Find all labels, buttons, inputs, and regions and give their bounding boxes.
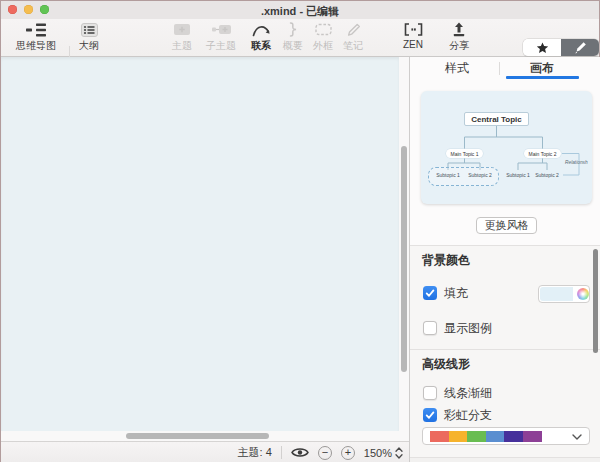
tool-label: 子主题 — [206, 39, 236, 53]
change-style-button[interactable]: 更换风格 — [476, 217, 537, 234]
tool-label: 联系 — [251, 39, 271, 53]
fill-color-swatch — [540, 287, 573, 301]
view-tab-outline[interactable]: 大纲 — [70, 22, 108, 54]
vertical-scrollbar-thumb[interactable] — [401, 146, 407, 372]
zen-mode-icon — [404, 22, 423, 37]
boundary-icon — [315, 22, 332, 37]
relationship-icon — [252, 22, 271, 37]
zoom-in-button[interactable]: + — [341, 446, 355, 460]
palette-swatch — [430, 431, 449, 442]
subtopic-icon — [212, 22, 231, 37]
line-taper-checkbox[interactable] — [423, 386, 437, 400]
palette-swatch — [486, 431, 505, 442]
selected-tab-underline — [506, 76, 579, 79]
tool-label: 分享 — [449, 39, 469, 53]
app-window: .xmind - 已编辑 思维导图 — [0, 0, 600, 462]
zoom-level-value: 150% — [364, 447, 392, 459]
tool-label: 外框 — [313, 39, 333, 53]
preview-subtopic: Subtopic 2 — [464, 171, 496, 180]
chevron-down-icon — [572, 434, 582, 440]
line-taper-row: 线条渐细 — [423, 385, 492, 401]
canvas-vertical-scrollbar[interactable] — [399, 57, 409, 431]
paintbrush-icon — [573, 41, 587, 55]
outline-icon — [81, 22, 98, 37]
palette-swatch — [467, 431, 486, 442]
format-panel-button[interactable] — [561, 39, 599, 56]
tool-subtopic: 子主题 — [199, 22, 243, 54]
tool-label: 概要 — [283, 39, 303, 53]
mindmap-canvas[interactable] — [1, 57, 399, 431]
topic-icon — [173, 22, 191, 37]
tab-style[interactable]: 样式 — [437, 57, 477, 78]
view-tab-label: 大纲 — [79, 39, 99, 53]
toolbar: 思维导图 大纲 主题 — [1, 19, 599, 57]
icons-panel-button[interactable] — [523, 39, 561, 56]
format-inspector-panel: 样式 画布 Central Topic Main Topic 1 Main To… — [409, 57, 600, 462]
show-legend-checkbox[interactable] — [423, 321, 437, 335]
advanced-lines-heading: 高级线形 — [422, 356, 470, 373]
tool-zen[interactable]: ZEN — [393, 22, 433, 54]
topic-count: 主题: 4 — [238, 445, 272, 460]
rainbow-branch-row: 彩虹分支 — [423, 407, 492, 423]
palette-swatch — [504, 431, 523, 442]
rainbow-branch-checkbox[interactable] — [423, 408, 437, 422]
preview-subtopic: Subtopic 1 — [432, 171, 464, 180]
star-icon — [536, 42, 549, 54]
mindmap-icon — [26, 22, 46, 37]
tool-topic: 主题 — [160, 22, 204, 54]
background-color-heading: 背景颜色 — [422, 252, 470, 269]
tool-label: 笔记 — [343, 39, 363, 53]
preview-subtopic: Subtopic 2 — [531, 171, 563, 180]
fill-label: 填充 — [444, 285, 468, 302]
tab-canvas[interactable]: 画布 — [522, 57, 562, 78]
fill-row: 填充 — [423, 285, 468, 301]
panel-scrollbar-thumb[interactable] — [593, 249, 598, 353]
preview-eye-button[interactable] — [291, 447, 309, 458]
preview-central-topic: Central Topic — [464, 112, 529, 126]
notes-icon — [346, 22, 361, 37]
window-title: .xmind - 已编辑 — [1, 4, 599, 19]
palette-swatch — [449, 431, 468, 442]
summary-icon — [289, 22, 298, 37]
tab-separator — [499, 62, 500, 75]
color-wheel-icon[interactable] — [577, 288, 589, 300]
rainbow-palette-swatches — [430, 431, 542, 442]
fill-checkbox[interactable] — [423, 286, 437, 300]
style-preview-card[interactable]: Central Topic Main Topic 1 Main Topic 2 … — [421, 91, 592, 204]
preview-relationship-label: Relationsh — [565, 160, 595, 165]
panel-bottom-section — [410, 458, 600, 462]
status-bar: 主题: 4 − + 150% — [1, 441, 409, 462]
rainbow-palette-dropdown[interactable] — [422, 427, 590, 445]
preview-subtopic: Subtopic 1 — [502, 171, 534, 180]
zoom-stepper-icon — [395, 446, 403, 460]
title-bar: .xmind - 已编辑 — [1, 1, 599, 19]
zoom-level-control[interactable]: 150% — [364, 446, 403, 460]
tool-label: ZEN — [403, 39, 423, 50]
horizontal-scrollbar-thumb[interactable] — [126, 433, 269, 439]
preview-main-topic-1: Main Topic 1 — [446, 149, 483, 158]
panel-toggle-segmented-control — [523, 39, 599, 56]
line-taper-label: 线条渐细 — [444, 385, 492, 402]
rainbow-branch-label: 彩虹分支 — [444, 407, 492, 424]
view-tab-mindmap[interactable]: 思维导图 — [8, 22, 64, 54]
share-icon — [451, 22, 467, 37]
show-legend-label: 显示图例 — [444, 320, 492, 337]
show-legend-row: 显示图例 — [423, 320, 492, 336]
tool-share[interactable]: 分享 — [439, 22, 479, 54]
zoom-out-button[interactable]: − — [318, 446, 332, 460]
section-divider — [410, 245, 600, 246]
tool-label: 主题 — [172, 39, 192, 53]
preview-connector-lines — [421, 91, 592, 204]
view-tab-label: 思维导图 — [16, 39, 56, 53]
palette-swatch — [523, 431, 542, 442]
tool-notes: 笔记 — [335, 22, 371, 54]
canvas-horizontal-scrollbar[interactable] — [1, 431, 409, 441]
preview-main-topic-2: Main Topic 2 — [524, 149, 561, 158]
statusbar-separator — [281, 446, 282, 459]
section-divider — [410, 349, 600, 350]
fill-color-well[interactable] — [538, 285, 590, 303]
